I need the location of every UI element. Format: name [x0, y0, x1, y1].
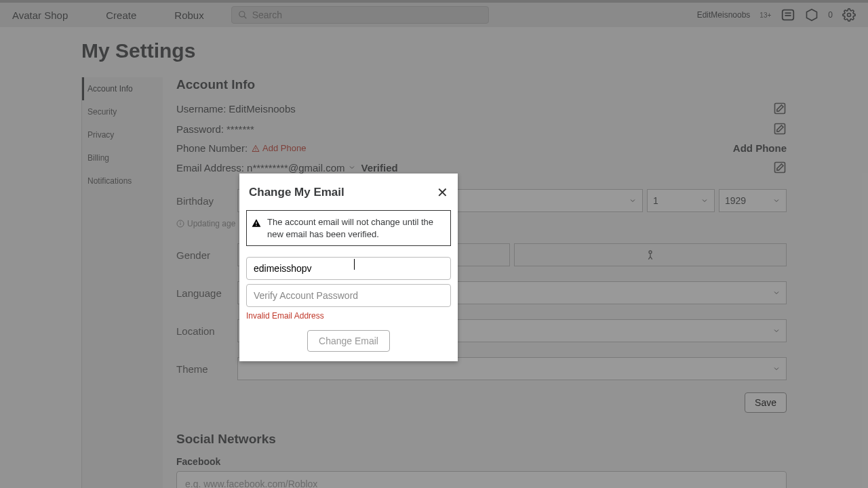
modal-alert: The account email will not change until …	[246, 210, 451, 246]
modal-alert-text: The account email will not change until …	[267, 217, 433, 239]
alert-warning-icon	[252, 218, 261, 231]
verify-password-input[interactable]	[246, 284, 451, 307]
modal-close-button[interactable]: ✕	[437, 184, 448, 201]
text-cursor	[354, 259, 355, 270]
change-email-modal: Change My Email ✕ The account email will…	[239, 174, 458, 361]
new-email-input[interactable]	[246, 257, 451, 280]
modal-error-text: Invalid Email Address	[246, 311, 451, 321]
modal-body: The account email will not change until …	[239, 210, 458, 361]
svg-rect-16	[256, 222, 256, 224]
change-email-button[interactable]: Change Email	[307, 330, 390, 352]
modal-header: Change My Email ✕	[239, 174, 458, 210]
svg-rect-17	[256, 225, 256, 226]
modal-title: Change My Email	[249, 186, 344, 199]
modal-footer: Change Email	[246, 330, 451, 352]
